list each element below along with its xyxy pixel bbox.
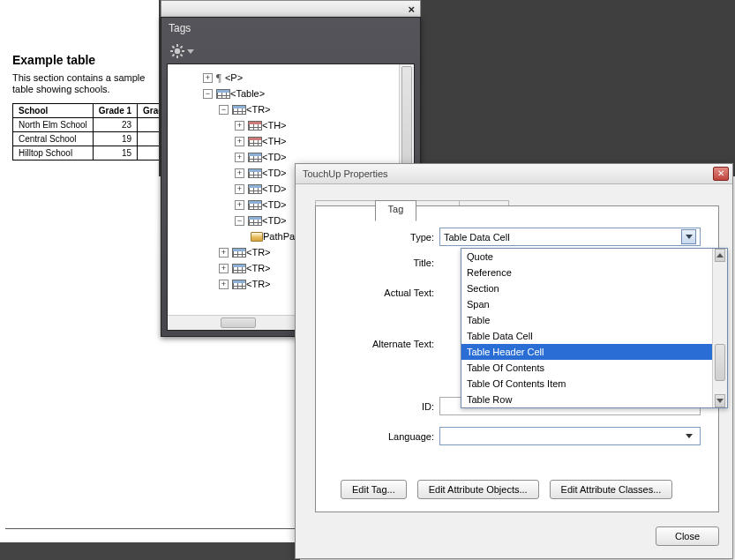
chevron-down-icon[interactable] bbox=[681, 429, 696, 444]
tree-node-th[interactable]: +<TH> bbox=[168, 117, 414, 133]
tags-options-menu[interactable] bbox=[161, 41, 420, 62]
expand-icon[interactable]: + bbox=[219, 248, 229, 258]
expand-icon[interactable]: + bbox=[235, 168, 244, 178]
type-option-selected[interactable]: Table Header Cell bbox=[461, 344, 727, 360]
expand-icon[interactable]: + bbox=[235, 121, 244, 131]
expand-icon[interactable]: + bbox=[235, 200, 244, 210]
edit-tag-button[interactable]: Edit Tag... bbox=[341, 480, 407, 499]
type-option[interactable]: Span bbox=[461, 296, 727, 312]
dialog-titlebar[interactable]: TouchUp Properties ✕ bbox=[296, 164, 732, 184]
scroll-down-icon[interactable] bbox=[715, 394, 725, 407]
table-icon bbox=[216, 89, 230, 99]
type-combobox[interactable]: Table Data Cell bbox=[439, 228, 701, 246]
tree-node-tr[interactable]: −<TR> bbox=[168, 101, 414, 117]
gear-icon bbox=[170, 44, 184, 58]
content-box-icon bbox=[251, 232, 263, 242]
app-statusbar bbox=[0, 542, 300, 560]
table-icon bbox=[232, 248, 246, 258]
type-option[interactable]: Table Data Cell bbox=[461, 328, 727, 344]
edit-attribute-classes-button[interactable]: Edit Attribute Classes... bbox=[550, 480, 673, 499]
type-option[interactable]: Reference bbox=[461, 265, 727, 280]
type-option[interactable]: Table Of Contents bbox=[461, 360, 727, 376]
dialog-title: TouchUp Properties bbox=[303, 168, 388, 179]
edit-attribute-objects-button[interactable]: Edit Attribute Objects... bbox=[417, 480, 539, 499]
tags-panel-titlebar[interactable]: × bbox=[161, 0, 421, 17]
expand-icon[interactable]: + bbox=[219, 264, 229, 273]
tag-panel-buttons: Edit Tag... Edit Attribute Objects... Ed… bbox=[341, 480, 672, 499]
close-button[interactable]: Close bbox=[656, 526, 719, 546]
doc-body-text: This section contains a sample table sho… bbox=[12, 72, 162, 94]
svg-line-6 bbox=[181, 55, 183, 56]
table-icon bbox=[232, 264, 246, 273]
type-option[interactable]: Section bbox=[461, 280, 727, 296]
table-icon bbox=[232, 280, 246, 289]
collapse-icon[interactable]: − bbox=[235, 216, 244, 226]
svg-line-5 bbox=[172, 46, 174, 48]
tab-tag[interactable]: Tag bbox=[375, 200, 417, 221]
close-icon[interactable]: × bbox=[408, 3, 415, 16]
table-icon bbox=[232, 105, 246, 115]
scroll-up-icon[interactable] bbox=[715, 249, 725, 262]
scrollbar-thumb[interactable] bbox=[221, 317, 256, 328]
svg-line-8 bbox=[181, 46, 183, 48]
tree-node-th[interactable]: +<TH> bbox=[168, 133, 414, 149]
tree-node-p[interactable]: +¶<P> bbox=[168, 70, 414, 86]
tree-node-table[interactable]: −<Table> bbox=[168, 86, 414, 101]
touchup-properties-dialog: TouchUp Properties ✕ Content Tag Text Co… bbox=[295, 163, 733, 559]
actual-text-label: Actual Text: bbox=[316, 287, 439, 298]
expand-icon[interactable]: + bbox=[219, 280, 229, 289]
expand-icon[interactable]: + bbox=[235, 137, 244, 146]
table-icon bbox=[248, 153, 262, 162]
close-icon[interactable]: ✕ bbox=[713, 167, 729, 181]
type-label: Type: bbox=[316, 232, 439, 243]
table-icon bbox=[248, 200, 262, 210]
table-icon bbox=[248, 168, 262, 178]
chevron-down-icon bbox=[187, 49, 194, 54]
col-header: Grade 1 bbox=[93, 104, 137, 118]
paragraph-icon: ¶ bbox=[216, 71, 221, 85]
divider bbox=[5, 528, 300, 529]
vertical-scrollbar[interactable] bbox=[712, 249, 727, 407]
tags-panel-title: Tags bbox=[161, 18, 420, 41]
chevron-down-icon[interactable] bbox=[681, 229, 696, 244]
table-header-icon bbox=[248, 137, 262, 146]
collapse-icon[interactable]: − bbox=[203, 89, 213, 99]
svg-point-0 bbox=[175, 49, 180, 54]
table-header-icon bbox=[248, 121, 262, 131]
expand-icon[interactable]: + bbox=[203, 73, 213, 83]
language-label: Language: bbox=[316, 431, 439, 442]
table-icon bbox=[248, 184, 262, 194]
language-combobox[interactable] bbox=[439, 427, 701, 445]
id-label: ID: bbox=[316, 401, 439, 412]
alternate-text-label: Alternate Text: bbox=[316, 339, 439, 349]
type-value: Table Data Cell bbox=[444, 232, 510, 243]
table-icon bbox=[248, 216, 262, 226]
expand-icon[interactable]: + bbox=[235, 153, 244, 162]
tag-panel: Type: Table Data Cell Title: Actual Text… bbox=[315, 205, 719, 512]
title-label: Title: bbox=[316, 258, 439, 268]
svg-line-7 bbox=[172, 55, 174, 56]
expand-icon[interactable]: + bbox=[235, 184, 244, 194]
type-option[interactable]: Table bbox=[461, 312, 727, 328]
col-header: School bbox=[13, 104, 94, 118]
type-dropdown-list[interactable]: Quote Reference Section Span Table Table… bbox=[461, 248, 728, 408]
scrollbar-thumb[interactable] bbox=[715, 344, 725, 381]
type-option[interactable]: Table Row bbox=[461, 392, 727, 407]
collapse-icon[interactable]: − bbox=[219, 105, 229, 115]
type-option[interactable]: Table Of Contents Item bbox=[461, 376, 727, 392]
type-option[interactable]: Quote bbox=[461, 249, 727, 265]
